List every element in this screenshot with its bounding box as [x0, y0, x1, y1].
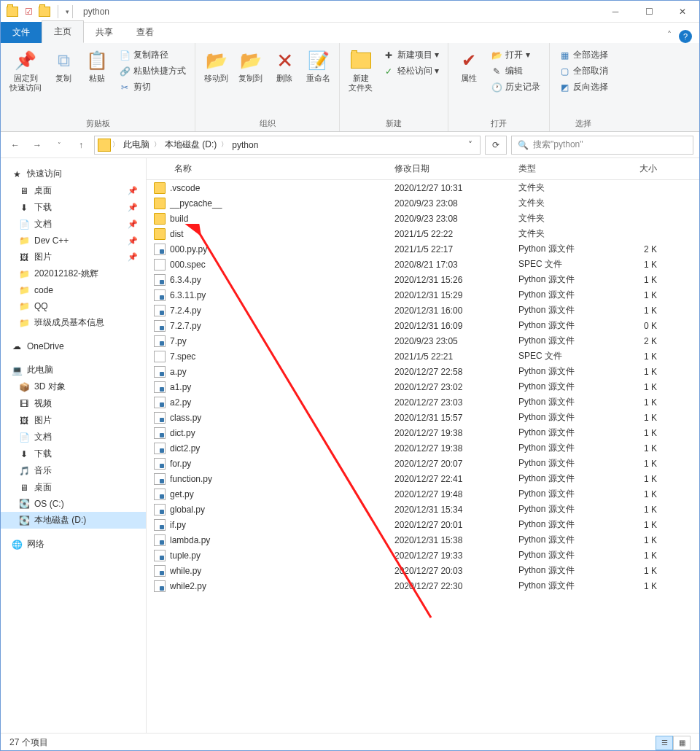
table-row[interactable]: function.py2020/12/27 22:41Python 源文件1 K — [147, 471, 699, 486]
qat-icon-2[interactable] — [39, 6, 50, 17]
table-row[interactable]: if.py2020/12/27 20:01Python 源文件1 K — [147, 517, 699, 532]
maximize-button[interactable]: ☐ — [632, 1, 666, 23]
sidebar-item[interactable]: 🎵音乐 — [1, 462, 146, 479]
rename-button[interactable]: 📝重命名 — [302, 46, 335, 86]
sidebar-item[interactable]: 💽本地磁盘 (D:) — [1, 512, 146, 529]
tab-file[interactable]: 文件 — [1, 22, 42, 43]
qat-dropdown-icon[interactable]: ▾ — [66, 8, 69, 15]
nav-recent-icon[interactable]: ˅ — [50, 136, 68, 154]
sidebar-item[interactable]: 📄文档 — [1, 429, 146, 445]
col-header-size[interactable]: 大小 — [613, 163, 664, 175]
table-row[interactable]: dict2.py2020/12/27 19:38Python 源文件1 K — [147, 440, 699, 456]
table-row[interactable]: a1.py2020/12/27 23:02Python 源文件1 K — [147, 379, 699, 394]
qat-icon[interactable]: ☑ — [23, 6, 34, 17]
table-row[interactable]: 7.2.4.py2020/12/31 16:00Python 源文件1 K — [147, 303, 699, 318]
sidebar-item[interactable]: 📁班级成员基本信息 — [1, 314, 146, 331]
table-row[interactable]: while2.py2020/12/27 22:30Python 源文件1 K — [147, 578, 699, 594]
nav-back-button[interactable]: ← — [7, 136, 24, 154]
refresh-button[interactable]: ⟳ — [485, 136, 507, 155]
sidebar-item[interactable]: 🖥桌面📌 — [1, 182, 146, 199]
sidebar-item[interactable]: 📦3D 对象 — [1, 378, 146, 395]
edit-button[interactable]: ✎编辑 — [488, 63, 543, 79]
col-header-date[interactable]: 修改日期 — [387, 163, 511, 175]
paste-button[interactable]: 📋 粘贴 — [81, 46, 113, 86]
sidebar-item[interactable]: 📄文档📌 — [1, 216, 146, 233]
select-all-button[interactable]: ▦全部选择 — [556, 47, 611, 63]
delete-button[interactable]: ✕删除 — [268, 46, 300, 86]
table-row[interactable]: class.py2020/12/31 15:57Python 源文件1 K — [147, 410, 699, 425]
sidebar-item[interactable]: 💻此电脑 — [1, 362, 146, 378]
tab-view[interactable]: 查看 — [125, 22, 166, 43]
sidebar-item[interactable]: ⬇下载 — [1, 445, 146, 462]
table-row[interactable]: a2.py2020/12/27 23:03Python 源文件1 K — [147, 394, 699, 410]
sidebar-item[interactable]: 📁202012182-姚辉 — [1, 265, 146, 282]
sidebar-item[interactable]: 📁code — [1, 282, 146, 298]
sidebar-item[interactable]: 🖥桌面 — [1, 479, 146, 496]
tab-home[interactable]: 主页 — [42, 20, 84, 43]
table-row[interactable]: 000.spec2020/8/21 17:03SPEC 文件1 K — [147, 257, 699, 272]
table-row[interactable]: dist2021/1/5 22:22文件夹 — [147, 226, 699, 241]
table-row[interactable]: get.py2020/12/27 19:48Python 源文件1 K — [147, 486, 699, 502]
nav-tree[interactable]: ★快速访问🖥桌面📌⬇下载📌📄文档📌📁Dev C++📌🖼图片📌📁202012182… — [1, 158, 147, 733]
table-row[interactable]: __pycache__2020/9/23 23:08文件夹 — [147, 195, 699, 211]
new-folder-button[interactable]: 新建 文件夹 — [344, 46, 377, 96]
table-row[interactable]: build2020/9/23 23:08文件夹 — [147, 211, 699, 226]
sidebar-item[interactable]: ★快速访问 — [1, 166, 146, 182]
sidebar-item[interactable]: ⬇下载📌 — [1, 199, 146, 216]
open-button[interactable]: 📂打开 ▾ — [488, 47, 543, 63]
table-row[interactable]: 6.3.11.py2020/12/31 15:29Python 源文件1 K — [147, 287, 699, 303]
sidebar-item[interactable]: 📁Dev C++📌 — [1, 233, 146, 249]
breadcrumb-seg[interactable]: 此电脑 — [120, 139, 152, 151]
view-large-button[interactable]: ▦ — [673, 736, 691, 750]
breadcrumb-seg[interactable]: python — [229, 140, 261, 150]
pin-quick-access-button[interactable]: 📌 固定到 快速访问 — [5, 46, 46, 96]
table-row[interactable]: .vscode2020/12/27 10:31文件夹 — [147, 180, 699, 195]
close-button[interactable]: ✕ — [666, 1, 699, 23]
sidebar-item[interactable]: 🌐网络 — [1, 536, 146, 553]
move-to-button[interactable]: 📂移动到 — [200, 46, 233, 86]
table-row[interactable]: global.py2020/12/31 15:34Python 源文件1 K — [147, 502, 699, 517]
minimize-button[interactable]: ─ — [599, 1, 632, 23]
chevron-right-icon[interactable]: 〉 — [154, 140, 160, 149]
table-row[interactable]: tuple.py2020/12/27 19:33Python 源文件1 K — [147, 548, 699, 563]
table-row[interactable]: 7.spec2021/1/5 22:21SPEC 文件1 K — [147, 349, 699, 364]
copy-path-button[interactable]: 📄复制路径 — [116, 47, 189, 63]
chevron-right-icon[interactable]: 〉 — [112, 140, 119, 149]
tab-share[interactable]: 共享 — [84, 22, 125, 43]
invert-selection-button[interactable]: ◩反向选择 — [556, 79, 611, 95]
table-row[interactable]: while.py2020/12/27 20:03Python 源文件1 K — [147, 563, 699, 578]
sidebar-item[interactable]: 📁QQ — [1, 298, 146, 314]
sidebar-item[interactable]: 🎞视频 — [1, 395, 146, 412]
select-none-button[interactable]: ▢全部取消 — [556, 63, 611, 79]
nav-up-button[interactable]: ↑ — [72, 136, 90, 154]
breadcrumb-dropdown-icon[interactable]: ˅ — [464, 140, 477, 150]
breadcrumb[interactable]: 〉 此电脑 〉 本地磁盘 (D:) 〉 python ˅ — [94, 136, 481, 155]
table-row[interactable]: 7.2.7.py2020/12/31 16:09Python 源文件0 K — [147, 318, 699, 333]
ribbon-collapse-icon[interactable]: ˄ — [660, 27, 679, 43]
cut-button[interactable]: ✂剪切 — [116, 79, 189, 95]
history-button[interactable]: 🕐历史记录 — [488, 79, 543, 95]
sidebar-item[interactable]: 🖼图片📌 — [1, 249, 146, 265]
nav-forward-button[interactable]: → — [28, 136, 46, 154]
copy-button[interactable]: ⧉ 复制 — [47, 46, 79, 86]
table-row[interactable]: lambda.py2020/12/31 15:38Python 源文件1 K — [147, 532, 699, 548]
table-row[interactable]: 6.3.4.py2020/12/31 15:26Python 源文件1 K — [147, 272, 699, 287]
sidebar-item[interactable]: ☁OneDrive — [1, 338, 146, 354]
col-header-type[interactable]: 类型 — [511, 163, 613, 175]
search-input[interactable]: 🔍 搜索"python" — [511, 136, 693, 155]
table-row[interactable]: a.py2020/12/27 22:58Python 源文件1 K — [147, 364, 699, 379]
view-details-button[interactable]: ☰ — [656, 736, 673, 750]
paste-shortcut-button[interactable]: 🔗粘贴快捷方式 — [116, 63, 189, 79]
table-row[interactable]: dict.py2020/12/27 19:38Python 源文件1 K — [147, 425, 699, 440]
table-row[interactable]: for.py2020/12/27 20:07Python 源文件1 K — [147, 456, 699, 471]
new-item-button[interactable]: ✚新建项目 ▾ — [380, 47, 442, 63]
help-icon[interactable]: ? — [679, 30, 692, 43]
sidebar-item[interactable]: 💽OS (C:) — [1, 496, 146, 512]
breadcrumb-seg[interactable]: 本地磁盘 (D:) — [162, 139, 219, 151]
properties-button[interactable]: ✔属性 — [453, 46, 485, 86]
col-header-name[interactable]: 名称 — [147, 163, 387, 175]
easy-access-button[interactable]: ✓轻松访问 ▾ — [380, 63, 442, 79]
chevron-right-icon[interactable]: 〉 — [221, 140, 228, 149]
table-row[interactable]: 000.py.py2021/1/5 22:17Python 源文件2 K — [147, 241, 699, 257]
table-row[interactable]: 7.py2020/9/23 23:05Python 源文件2 K — [147, 333, 699, 349]
